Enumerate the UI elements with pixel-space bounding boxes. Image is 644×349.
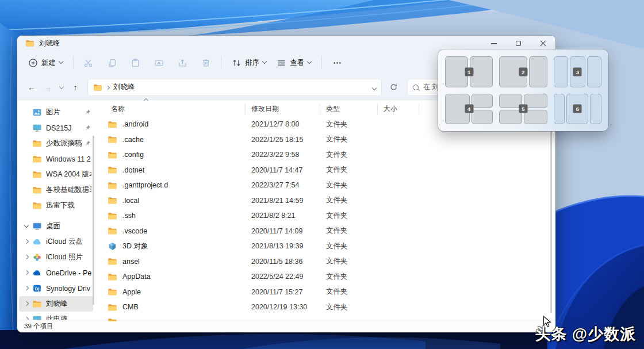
snap-layout-option-1[interactable]: 1 xyxy=(445,56,493,87)
toolbar-divider xyxy=(321,56,322,69)
snap-layout-option-2[interactable]: 2 xyxy=(499,56,547,87)
snap-layout-option-3[interactable]: 3 xyxy=(554,56,601,87)
forward-button[interactable]: → xyxy=(40,79,55,95)
snap-layout-option-4[interactable]: 4 xyxy=(445,94,493,125)
sidebar-item[interactable]: 此电脑 xyxy=(19,312,93,320)
snap-zone[interactable] xyxy=(470,56,493,87)
sidebar-item[interactable]: 少数派撰稿 xyxy=(19,136,93,151)
column-header-size[interactable]: 大小 xyxy=(378,104,419,114)
sidebar-scrollbar[interactable] xyxy=(93,136,94,305)
minimize-button[interactable] xyxy=(481,36,506,51)
file-row[interactable]: .config2022/3/22 9:58文件夹 xyxy=(95,147,555,163)
snap-layout-badge: 5 xyxy=(519,105,527,113)
folder-icon xyxy=(108,226,117,236)
chevron-right-icon[interactable] xyxy=(22,253,31,262)
chevron-right-icon[interactable] xyxy=(22,284,31,293)
sidebar-item-label: 桌面 xyxy=(46,221,91,231)
file-row[interactable]: ansel2020/11/5 18:36文件夹 xyxy=(95,254,555,270)
file-row[interactable]: Apple2020/11/7 15:27文件夹 xyxy=(95,285,555,300)
sidebar-item[interactable]: 各校基础数据录 xyxy=(19,182,93,198)
new-button[interactable]: 新建 xyxy=(23,55,68,71)
sidebar-item[interactable]: 迅雷下载 xyxy=(19,198,93,213)
sidebar-item-label: 迅雷下载 xyxy=(46,201,91,210)
back-button[interactable]: ← xyxy=(24,79,39,95)
folder-icon xyxy=(32,139,42,148)
sidebar-item-label: 各校基础数据录 xyxy=(46,185,91,195)
breadcrumb[interactable]: 刘晓峰 xyxy=(87,79,382,96)
spacer xyxy=(22,170,31,179)
recent-locations-button[interactable] xyxy=(56,86,67,89)
paste-button[interactable] xyxy=(126,55,145,71)
chevron-right-icon[interactable] xyxy=(22,315,31,320)
snap-layout-option-5[interactable]: 5 xyxy=(499,94,547,125)
file-row[interactable]: CMB2020/12/19 13:30文件夹 xyxy=(95,300,555,315)
sidebar-item[interactable]: iCloud 云盘 xyxy=(19,234,93,250)
breadcrumb-item[interactable]: 刘晓峰 xyxy=(113,82,135,92)
file-row[interactable]: .ssh2021/8/2 8:21文件夹 xyxy=(95,208,555,224)
sidebar-item[interactable]: WSA 2004 版本 xyxy=(19,167,93,182)
file-list-scrollbar[interactable] xyxy=(550,120,552,313)
rename-button[interactable] xyxy=(150,55,168,71)
status-bar: 39 个项目 xyxy=(17,320,555,332)
column-header-type[interactable]: 类型 xyxy=(320,104,378,114)
snap-zone[interactable] xyxy=(471,110,493,124)
copy-button[interactable] xyxy=(102,55,121,71)
file-date: 2021/12/7 8:00 xyxy=(246,120,320,128)
file-row-partial[interactable] xyxy=(95,315,555,321)
folder-icon xyxy=(32,185,42,195)
sort-button[interactable]: 排序 xyxy=(227,55,271,71)
chevron-down-icon[interactable] xyxy=(22,222,31,231)
snap-zone[interactable] xyxy=(587,56,601,87)
more-button[interactable] xyxy=(327,55,347,71)
sidebar-item-label: OneDrive - Pe xyxy=(46,269,91,277)
pictures-icon xyxy=(32,108,42,117)
share-button[interactable] xyxy=(173,55,192,71)
close-button[interactable] xyxy=(531,36,555,51)
file-row[interactable]: .cache2022/1/25 18:15文件夹 xyxy=(95,132,555,148)
snap-zone[interactable] xyxy=(529,56,547,87)
snap-zone[interactable] xyxy=(554,94,565,125)
snap-layout-badge: 4 xyxy=(465,105,473,113)
sidebar-item-label: WSA 2004 版本 xyxy=(46,170,91,179)
file-row[interactable]: .vscode2020/11/7 14:09文件夹 xyxy=(95,224,555,239)
file-type: 文件夹 xyxy=(320,241,378,251)
refresh-button[interactable] xyxy=(385,79,401,95)
file-row[interactable]: 3D 对象2021/8/13 19:39文件夹 xyxy=(95,239,555,254)
sidebar-item[interactable]: D|Synology Driv xyxy=(19,281,93,296)
column-header-date[interactable]: 修改日期 xyxy=(246,104,320,114)
file-date: 2020/12/19 13:30 xyxy=(246,303,320,311)
sidebar-item[interactable]: OneDrive - Pe xyxy=(19,265,93,281)
file-row[interactable]: .local2021/8/21 14:59文件夹 xyxy=(95,193,555,209)
address-dropdown-button[interactable] xyxy=(373,83,376,91)
file-date: 2021/8/21 14:59 xyxy=(246,197,320,205)
file-name: Apple xyxy=(122,288,246,296)
column-header-name[interactable]: 名称 xyxy=(95,104,246,114)
sidebar-item[interactable]: 刘晓峰 xyxy=(19,296,93,312)
cut-button[interactable] xyxy=(79,55,98,71)
chevron-right-icon[interactable] xyxy=(22,269,31,277)
sidebar-item[interactable]: 图片 xyxy=(19,105,93,120)
snap-zone[interactable] xyxy=(524,110,547,124)
chevron-right-icon[interactable] xyxy=(22,237,31,246)
sidebar-item-label: 少数派撰稿 xyxy=(46,139,84,148)
chevron-right-icon[interactable] xyxy=(22,300,31,308)
maximize-button[interactable] xyxy=(506,36,531,51)
snap-layout-option-6[interactable]: 6 xyxy=(554,94,601,125)
delete-button[interactable] xyxy=(197,55,216,71)
sidebar-item[interactable]: DS215J xyxy=(19,120,93,136)
up-button[interactable]: ↑ xyxy=(68,79,83,95)
file-row[interactable]: .ganttproject.d2022/3/27 7:54文件夹 xyxy=(95,178,555,193)
titlebar[interactable]: 刘晓峰 xyxy=(17,36,555,51)
snap-zone[interactable] xyxy=(524,94,547,108)
snap-zone[interactable] xyxy=(471,94,493,108)
snap-zone[interactable] xyxy=(554,56,568,87)
sidebar-item[interactable]: Windows 11 2 xyxy=(19,151,93,167)
snap-layout-badge: 1 xyxy=(465,67,473,76)
file-row[interactable]: AppData2022/5/24 22:49文件夹 xyxy=(95,269,555,285)
view-button[interactable]: 查看 xyxy=(271,55,316,71)
sidebar-item[interactable]: 桌面 xyxy=(19,218,93,234)
file-row[interactable]: .dotnet2020/11/7 14:47文件夹 xyxy=(95,163,555,178)
snap-zone[interactable] xyxy=(590,94,601,125)
sidebar-item[interactable]: iCloud 照片 xyxy=(19,250,93,265)
pin-icon xyxy=(84,140,91,147)
